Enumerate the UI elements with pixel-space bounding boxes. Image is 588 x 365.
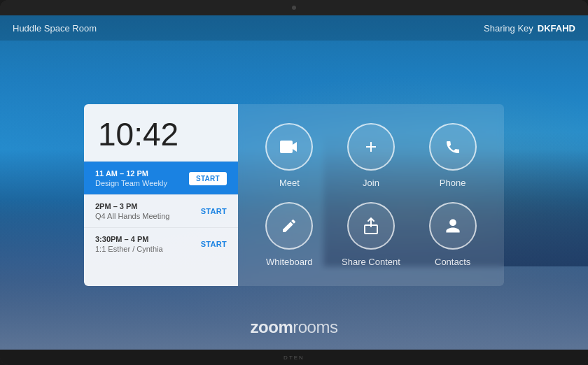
action-contacts[interactable]: Contacts bbox=[415, 202, 490, 267]
right-panel: Meet Join bbox=[238, 104, 504, 286]
meeting-time: 2PM – 3 PM bbox=[95, 202, 169, 210]
start-button-1[interactable]: START bbox=[201, 207, 227, 215]
sharing-label: Sharing Key bbox=[484, 23, 533, 34]
action-phone[interactable]: Phone bbox=[415, 123, 490, 188]
main-content: 10:42 11 AM – 12 PM Design Team Weekly S… bbox=[0, 41, 588, 350]
action-share-content[interactable]: Share Content bbox=[334, 202, 409, 267]
meeting-info: 2PM – 3 PM Q4 All Hands Meeting bbox=[95, 202, 169, 220]
join-label: Join bbox=[363, 178, 379, 188]
meet-label: Meet bbox=[279, 178, 300, 188]
header: Huddle Space Room Sharing Key DKFAHD bbox=[0, 15, 588, 41]
screen: Huddle Space Room Sharing Key DKFAHD 10:… bbox=[0, 15, 588, 350]
contacts-icon bbox=[444, 217, 461, 234]
meet-circle bbox=[265, 123, 313, 171]
meeting-title: Q4 All Hands Meeting bbox=[95, 212, 169, 220]
start-button-0[interactable]: START bbox=[189, 172, 227, 185]
video-camera-icon bbox=[279, 139, 299, 155]
zoom-rooms-logo: zoomrooms bbox=[251, 317, 338, 337]
join-circle bbox=[347, 123, 395, 171]
clock: 10:42 bbox=[84, 118, 238, 150]
plus-icon bbox=[363, 138, 379, 155]
bottom-bar: DTEN bbox=[0, 350, 588, 365]
action-join[interactable]: Join bbox=[334, 123, 409, 188]
meetings-list: 11 AM – 12 PM Design Team Weekly START 2… bbox=[84, 162, 238, 260]
meeting-time: 3:30PM – 4 PM bbox=[95, 235, 163, 243]
start-button-2[interactable]: START bbox=[201, 240, 227, 248]
action-meet[interactable]: Meet bbox=[252, 123, 327, 188]
meeting-info: 11 AM – 12 PM Design Team Weekly bbox=[95, 169, 167, 187]
meeting-time: 11 AM – 12 PM bbox=[95, 169, 167, 178]
action-grid: Meet Join bbox=[252, 123, 490, 267]
camera-dot bbox=[292, 6, 296, 10]
meeting-item: 11 AM – 12 PM Design Team Weekly START bbox=[84, 162, 238, 194]
share-content-icon bbox=[362, 217, 380, 235]
sharing-key-value: DKFAHD bbox=[538, 23, 575, 34]
contacts-circle bbox=[429, 202, 477, 250]
share-content-label: Share Content bbox=[342, 257, 400, 267]
meeting-item: 3:30PM – 4 PM 1:1 Esther / Cynthia START bbox=[84, 227, 238, 260]
meeting-title: 1:1 Esther / Cynthia bbox=[95, 245, 163, 253]
left-panel: 10:42 11 AM – 12 PM Design Team Weekly S… bbox=[84, 104, 238, 286]
sharing-info: Sharing Key DKFAHD bbox=[484, 23, 575, 34]
monitor: Huddle Space Room Sharing Key DKFAHD 10:… bbox=[0, 0, 588, 365]
contacts-label: Contacts bbox=[435, 257, 470, 267]
meeting-info: 3:30PM – 4 PM 1:1 Esther / Cynthia bbox=[95, 235, 163, 253]
meeting-item: 2PM – 3 PM Q4 All Hands Meeting START bbox=[84, 194, 238, 227]
room-name: Huddle Space Room bbox=[13, 23, 97, 34]
whiteboard-label: Whiteboard bbox=[266, 257, 312, 267]
phone-circle bbox=[429, 123, 477, 171]
share-content-circle bbox=[347, 202, 395, 250]
action-whiteboard[interactable]: Whiteboard bbox=[252, 202, 327, 267]
phone-label: Phone bbox=[440, 178, 466, 188]
zoom-text: zoomrooms bbox=[251, 317, 338, 337]
camera-bar bbox=[0, 0, 588, 15]
whiteboard-circle bbox=[265, 202, 313, 250]
phone-icon bbox=[444, 138, 461, 155]
pencil-icon bbox=[281, 217, 298, 234]
device-label: DTEN bbox=[284, 355, 304, 361]
meeting-title: Design Team Weekly bbox=[95, 179, 167, 187]
